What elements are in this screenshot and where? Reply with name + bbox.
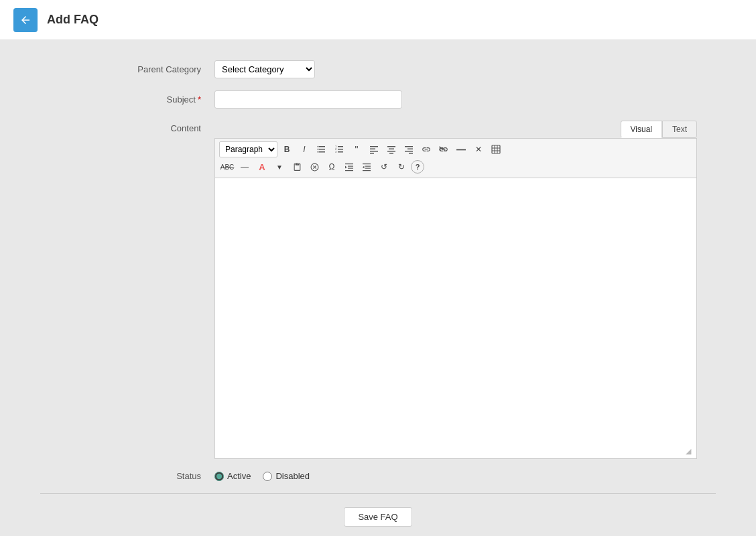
subject-input[interactable] bbox=[214, 90, 402, 109]
redo-button[interactable]: ↻ bbox=[393, 159, 410, 175]
align-left-button[interactable] bbox=[366, 141, 382, 157]
radio-group: Active Disabled bbox=[214, 471, 310, 481]
svg-rect-20 bbox=[405, 146, 413, 147]
svg-rect-37 bbox=[363, 163, 371, 164]
svg-rect-22 bbox=[405, 151, 413, 152]
unlink-icon bbox=[439, 145, 448, 154]
align-center-button[interactable] bbox=[383, 141, 399, 157]
blockquote-button[interactable]: " bbox=[349, 141, 365, 157]
svg-rect-16 bbox=[387, 146, 395, 147]
parent-category-row: Parent Category Select Category bbox=[40, 60, 716, 78]
toolbar-row-2: ABC — A ▼ Ω bbox=[219, 159, 692, 175]
unlink-button[interactable] bbox=[436, 141, 452, 157]
back-button[interactable] bbox=[13, 8, 38, 32]
special-chars-button[interactable]: Ω bbox=[324, 159, 340, 175]
svg-rect-33 bbox=[348, 166, 353, 167]
clear-icon bbox=[310, 163, 319, 172]
align-left-icon bbox=[369, 145, 379, 154]
outdent-button[interactable] bbox=[359, 159, 375, 175]
outdent-icon bbox=[362, 162, 371, 172]
svg-rect-38 bbox=[365, 166, 371, 167]
svg-point-4 bbox=[318, 149, 319, 150]
paragraph-select[interactable]: Paragraph bbox=[219, 141, 277, 157]
disabled-label: Disabled bbox=[275, 471, 310, 481]
clear-button[interactable] bbox=[306, 159, 322, 175]
svg-rect-35 bbox=[345, 170, 353, 171]
visual-tab[interactable]: Visual bbox=[621, 121, 662, 138]
resize-handle: ◢ bbox=[686, 448, 695, 457]
horizontal-rule-button[interactable]: — bbox=[453, 141, 469, 157]
save-wrap: Save FAQ bbox=[40, 507, 716, 527]
status-row: Status Active Disabled bbox=[40, 471, 716, 481]
table-button[interactable] bbox=[488, 141, 504, 157]
paste-icon bbox=[293, 163, 302, 172]
content-editor-wrap: Visual Text Paragraph B I 123 bbox=[214, 121, 697, 459]
svg-rect-7 bbox=[338, 149, 343, 150]
ordered-list-button[interactable]: 123 bbox=[331, 141, 347, 157]
svg-rect-34 bbox=[348, 168, 353, 169]
indent-icon bbox=[344, 162, 354, 172]
help-button[interactable]: ? bbox=[411, 160, 424, 174]
svg-rect-40 bbox=[363, 170, 371, 171]
svg-rect-0 bbox=[319, 146, 325, 147]
active-radio-item[interactable]: Active bbox=[214, 471, 251, 481]
toolbar-row-1: Paragraph B I 123 " bbox=[219, 141, 692, 157]
page-title: Add FAQ bbox=[47, 13, 99, 27]
save-button[interactable]: Save FAQ bbox=[344, 507, 412, 527]
page-header: Add FAQ bbox=[0, 0, 756, 40]
indent-button[interactable] bbox=[341, 159, 357, 175]
subject-control bbox=[214, 90, 716, 109]
svg-rect-24 bbox=[492, 145, 500, 153]
strikethrough-button[interactable]: ABC bbox=[219, 159, 235, 175]
svg-rect-32 bbox=[345, 163, 353, 164]
remove-format-button[interactable]: ✕ bbox=[470, 141, 487, 157]
align-right-button[interactable] bbox=[401, 141, 417, 157]
main-content: Parent Category Select Category Subject*… bbox=[0, 40, 756, 536]
editor-toolbar: Paragraph B I 123 " bbox=[214, 138, 697, 178]
svg-rect-14 bbox=[370, 151, 378, 152]
table-icon bbox=[491, 145, 501, 154]
subject-label: Subject* bbox=[40, 90, 214, 105]
svg-marker-41 bbox=[363, 166, 365, 169]
unordered-list-button[interactable] bbox=[314, 141, 330, 157]
font-color-dropdown[interactable]: ▼ bbox=[271, 159, 288, 175]
disabled-radio-item[interactable]: Disabled bbox=[263, 471, 310, 481]
align-center-icon bbox=[387, 145, 396, 154]
editor-tabs: Visual Text bbox=[214, 121, 697, 138]
svg-rect-19 bbox=[389, 153, 393, 154]
link-icon bbox=[422, 145, 431, 154]
svg-rect-12 bbox=[370, 146, 378, 147]
active-radio[interactable] bbox=[214, 472, 224, 481]
parent-category-control: Select Category bbox=[214, 60, 716, 78]
svg-rect-18 bbox=[387, 151, 395, 152]
text-tab[interactable]: Text bbox=[662, 121, 697, 138]
category-select[interactable]: Select Category bbox=[214, 60, 315, 78]
svg-rect-17 bbox=[389, 149, 394, 150]
disabled-radio[interactable] bbox=[263, 472, 272, 481]
content-row: Content Visual Text Paragraph B I bbox=[40, 121, 716, 459]
svg-point-3 bbox=[318, 146, 319, 147]
link-button[interactable] bbox=[418, 141, 434, 157]
svg-marker-36 bbox=[345, 166, 347, 169]
active-label: Active bbox=[227, 471, 251, 481]
svg-text:3: 3 bbox=[335, 150, 337, 153]
parent-category-label: Parent Category bbox=[40, 60, 214, 74]
content-label: Content bbox=[40, 121, 214, 133]
back-icon bbox=[19, 14, 32, 26]
svg-rect-13 bbox=[370, 149, 375, 150]
editor-area[interactable]: ◢ bbox=[214, 178, 697, 459]
paste-button[interactable] bbox=[289, 159, 305, 175]
svg-rect-2 bbox=[319, 151, 325, 153]
dash-button[interactable]: — bbox=[237, 159, 253, 175]
font-color-button[interactable]: A bbox=[254, 159, 270, 175]
svg-rect-21 bbox=[407, 149, 413, 150]
svg-rect-8 bbox=[338, 151, 343, 153]
subject-row: Subject* bbox=[40, 90, 716, 109]
undo-button[interactable]: ↺ bbox=[376, 159, 392, 175]
italic-button[interactable]: I bbox=[296, 141, 312, 157]
ul-icon bbox=[317, 145, 326, 154]
bold-button[interactable]: B bbox=[279, 141, 295, 157]
svg-rect-39 bbox=[365, 168, 371, 169]
svg-rect-23 bbox=[409, 153, 413, 154]
align-right-icon bbox=[404, 145, 414, 154]
